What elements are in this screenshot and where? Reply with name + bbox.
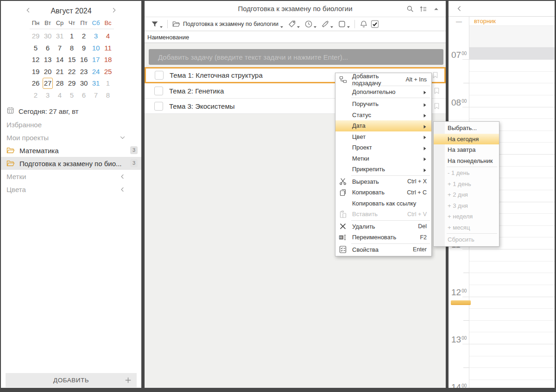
calendar-day[interactable]: 10: [90, 42, 102, 54]
calendar-day[interactable]: 22: [66, 66, 78, 78]
tag-icon[interactable]: [288, 20, 296, 28]
context-menu-item[interactable]: Метки: [335, 153, 431, 164]
add-task-input[interactable]: Добавить задачу (введите текст задачи и …: [149, 49, 443, 65]
calendar-day[interactable]: 1: [102, 77, 114, 89]
calendar-day[interactable]: 4: [102, 30, 114, 42]
date-submenu-item[interactable]: Выбрать...: [434, 123, 499, 134]
toolbar-project-label[interactable]: Подготовка к экзамену по биологии: [183, 21, 278, 27]
context-menu-item[interactable]: СвойстваEnter: [335, 244, 431, 255]
date-submenu-item[interactable]: Сбросить: [434, 234, 499, 245]
calendar-day[interactable]: 7: [90, 89, 102, 101]
calendar-day[interactable]: 29: [66, 77, 78, 89]
calendar-day[interactable]: 28: [54, 77, 66, 89]
sidebar-item-tags[interactable]: Метки: [1, 170, 141, 183]
calendar-next-icon[interactable]: [111, 7, 119, 15]
calendar-day[interactable]: 29: [30, 30, 42, 42]
sidebar-item-project-math[interactable]: Математика3: [1, 144, 141, 157]
context-menu-item[interactable]: Дополнительно: [335, 87, 431, 98]
date-submenu-item[interactable]: - 1 день: [434, 168, 499, 179]
calendar-day[interactable]: 14: [54, 54, 66, 66]
calendar-day[interactable]: 13: [42, 54, 54, 66]
bookmark-icon[interactable]: [433, 87, 440, 95]
sidebar-item-colors[interactable]: Цвета: [1, 183, 141, 196]
folder-open-icon[interactable]: [172, 20, 181, 28]
caret-down-icon[interactable]: [347, 22, 350, 26]
calendar-day[interactable]: 20: [42, 66, 54, 78]
calendar-day[interactable]: 16: [78, 54, 90, 66]
calendar-day[interactable]: 3: [42, 89, 54, 101]
calendar-day[interactable]: 18: [102, 54, 114, 66]
task-checkbox[interactable]: [155, 71, 164, 80]
calendar-day[interactable]: 3: [90, 30, 102, 42]
chevron-down-icon[interactable]: [120, 134, 126, 140]
sidebar-item-my-projects[interactable]: Мои проекты: [1, 131, 141, 144]
calendar-day[interactable]: 2: [30, 89, 42, 101]
add-project-button[interactable]: ДОБАВИТЬ: [6, 373, 137, 387]
calendar-day[interactable]: 31: [90, 77, 102, 89]
chevron-left-icon[interactable]: [456, 5, 463, 12]
calendar-day[interactable]: 4: [54, 89, 66, 101]
filter-icon[interactable]: [151, 20, 159, 28]
chevron-left-icon[interactable]: [120, 173, 126, 179]
calendar-day[interactable]: 17: [90, 54, 102, 66]
bookmark-icon[interactable]: [433, 102, 440, 110]
calendar-day[interactable]: 30: [78, 77, 90, 89]
task-checkbox[interactable]: [154, 87, 163, 95]
task-checkbox[interactable]: [154, 102, 163, 111]
calendar-day[interactable]: 30: [42, 30, 54, 42]
context-menu-item[interactable]: reПереименоватьF2: [335, 232, 431, 243]
caret-down-icon[interactable]: [159, 22, 163, 26]
calendar-day[interactable]: 5: [30, 42, 42, 54]
context-menu-item[interactable]: КопироватьCtrl + C: [335, 187, 431, 198]
calendar-day[interactable]: 26: [30, 77, 42, 89]
calendar-day[interactable]: 11: [102, 42, 114, 54]
caret-down-icon[interactable]: [297, 22, 300, 26]
calendar-day[interactable]: 12: [30, 54, 42, 66]
date-submenu-item[interactable]: + 1 день: [434, 179, 499, 190]
context-menu-item[interactable]: Статус: [335, 110, 431, 121]
brush-icon[interactable]: [321, 20, 329, 28]
calendar-day[interactable]: 23: [78, 66, 90, 78]
caret-down-icon[interactable]: [280, 22, 284, 26]
calendar-day[interactable]: 21: [54, 66, 66, 78]
calendar-prev-icon[interactable]: [25, 7, 33, 15]
calendar-day[interactable]: 1: [66, 30, 78, 42]
search-icon[interactable]: [406, 5, 414, 13]
date-submenu-item[interactable]: + 2 дня: [434, 189, 499, 200]
context-menu-item[interactable]: Цвет: [335, 131, 431, 143]
caret-down-icon[interactable]: [330, 22, 334, 26]
square-icon[interactable]: [338, 20, 346, 28]
caret-down-icon[interactable]: [313, 22, 317, 26]
sidebar-item-project-bio[interactable]: Подготовка к экзамену по био...3: [1, 157, 141, 170]
date-submenu-item[interactable]: + 3 дня: [434, 200, 499, 212]
sidebar-item-today[interactable]: Сегодня: 27 авг, вт: [6, 105, 78, 118]
sort-icon[interactable]: [419, 5, 427, 13]
date-submenu-item[interactable]: На завтра: [434, 144, 499, 156]
context-menu-item[interactable]: Прикрепить: [335, 164, 431, 175]
calendar-day[interactable]: 8: [66, 42, 78, 54]
checkbox-checked-icon[interactable]: [371, 20, 379, 28]
context-menu-item[interactable]: Копировать как ссылку: [335, 198, 431, 209]
context-menu-item[interactable]: Проект: [335, 142, 431, 153]
calendar-day[interactable]: 19: [30, 66, 42, 78]
context-menu-item[interactable]: ВставитьCtrl + V: [335, 209, 431, 220]
calendar-day[interactable]: 7: [54, 42, 66, 54]
date-submenu-item[interactable]: + месяц: [434, 222, 499, 233]
context-menu-item[interactable]: Поручить: [335, 99, 431, 110]
calendar-day[interactable]: 6: [42, 42, 54, 54]
calendar-day[interactable]: 24: [90, 66, 102, 78]
date-submenu-item[interactable]: На понедельник: [434, 156, 499, 167]
calendar-day[interactable]: 15: [66, 54, 78, 66]
calendar-day[interactable]: 9: [78, 42, 90, 54]
clock-icon[interactable]: [304, 20, 313, 28]
calendar-day[interactable]: 5: [66, 89, 78, 101]
bell-icon[interactable]: [360, 20, 368, 28]
context-menu-item[interactable]: ВырезатьCtrl + X: [335, 176, 431, 187]
calendar-day[interactable]: 31: [54, 30, 66, 42]
chevron-left-icon[interactable]: [120, 186, 126, 192]
calendar-day[interactable]: 25: [102, 66, 114, 78]
calendar-day-today[interactable]: 27: [43, 78, 53, 89]
date-submenu-item[interactable]: + неделя: [434, 211, 499, 222]
calendar-day[interactable]: 8: [102, 89, 114, 101]
sidebar-item-favorites[interactable]: Избранное: [1, 118, 141, 131]
